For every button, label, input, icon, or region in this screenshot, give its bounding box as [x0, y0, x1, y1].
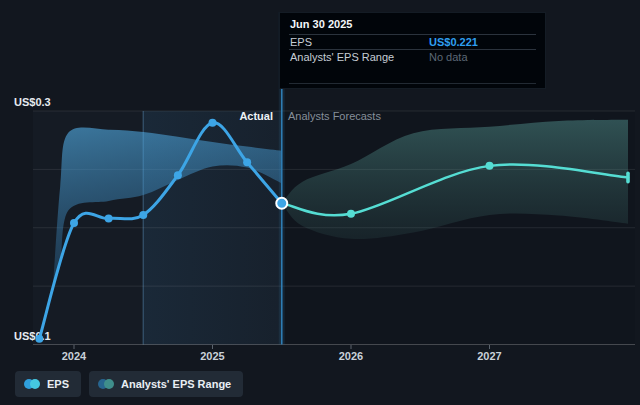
legend-eps-label: EPS	[47, 378, 69, 390]
tooltip-eps-value: US$0.221	[429, 36, 478, 48]
x-axis-label: 2026	[339, 350, 363, 362]
forecast-data-point[interactable]	[347, 210, 355, 218]
y-axis-label: US$0.3	[14, 96, 51, 108]
actual-zone-label: Actual	[239, 110, 273, 123]
legend-item-eps[interactable]: EPS	[15, 371, 81, 397]
legend: EPS Analysts' EPS Range	[15, 371, 243, 397]
tooltip-bottom-divider	[289, 83, 536, 84]
eps-data-point[interactable]	[209, 119, 217, 127]
tooltip-date: Jun 30 2025	[280, 13, 545, 33]
data-point-tooltip: Jun 30 2025 EPS US$0.221 Analysts' EPS R…	[279, 12, 546, 89]
tooltip-row-range: Analysts' EPS Range No data	[280, 50, 545, 63]
eps-data-point[interactable]	[70, 219, 78, 227]
eps-series-icon	[24, 379, 40, 389]
eps-data-point[interactable]	[174, 171, 182, 179]
range-series-icon	[98, 379, 114, 389]
tooltip-eps-label: EPS	[290, 36, 429, 48]
tooltip-range-label: Analysts' EPS Range	[290, 51, 429, 63]
eps-data-point[interactable]	[105, 214, 113, 222]
forecast-data-point[interactable]	[486, 162, 494, 170]
y-axis-label: US$0.1	[14, 330, 51, 342]
x-axis-label: 2025	[200, 350, 224, 362]
eps-data-point[interactable]	[243, 158, 251, 166]
selected-data-point[interactable]	[276, 198, 287, 209]
eps-data-point[interactable]	[139, 211, 147, 219]
tooltip-row-eps: EPS US$0.221	[280, 35, 545, 48]
range-dot-teal-icon	[104, 379, 114, 389]
forecast-end-cap	[626, 172, 630, 184]
forecast-zone-label: Analysts Forecasts	[288, 110, 381, 123]
x-axis-label: 2024	[62, 350, 87, 362]
tooltip-range-value: No data	[429, 51, 468, 63]
eps-data-point[interactable]	[35, 335, 43, 343]
legend-range-label: Analysts' EPS Range	[121, 378, 231, 390]
x-axis-label: 2027	[477, 350, 501, 362]
eps-dot-cyan-icon	[30, 379, 40, 389]
legend-item-analysts-range[interactable]: Analysts' EPS Range	[89, 371, 243, 397]
